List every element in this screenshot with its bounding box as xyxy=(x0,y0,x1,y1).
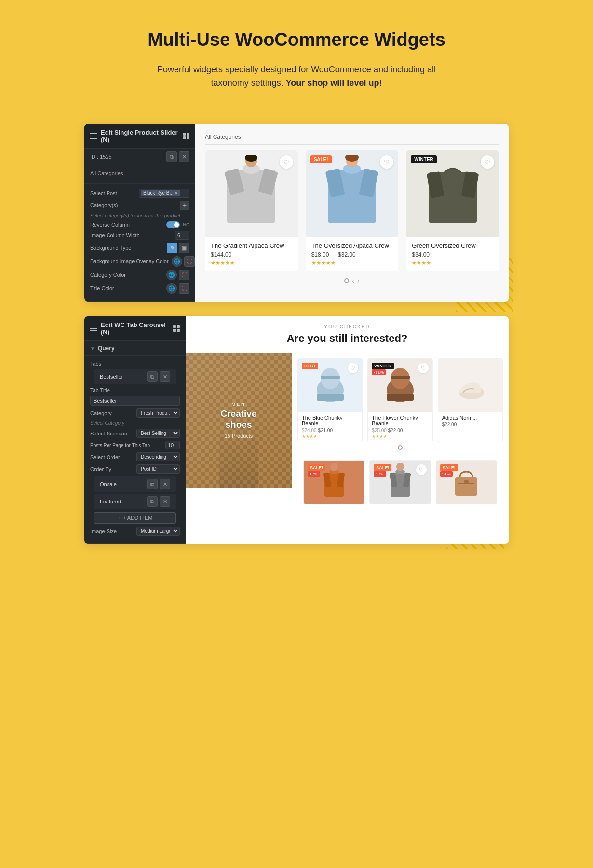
category-select[interactable]: Fresh Produ... xyxy=(136,408,180,418)
category-hint: Select category(s) to show for this prod… xyxy=(90,213,189,218)
carousel-badge-2: WINTER xyxy=(372,363,394,369)
posts-per-page-row: Posts Per Page for This Tab xyxy=(90,441,180,449)
image-size-label: Image Size xyxy=(90,529,134,534)
category-color-btn[interactable]: ⛶ xyxy=(179,270,189,280)
bg-solid-button[interactable]: ▣ xyxy=(179,243,189,253)
wishlist-btn-1[interactable]: ♡ xyxy=(280,155,293,169)
grid-icon[interactable] xyxy=(183,133,189,139)
title-color-controls: 🌐 ⛶ xyxy=(166,283,189,294)
category-color-globe-icon[interactable]: 🌐 xyxy=(166,270,177,280)
carousel-products-row2: SALE! 17% xyxy=(297,455,503,509)
products-grid: ♡ xyxy=(205,150,499,271)
select-post-input[interactable]: Black Rye B... ✕ xyxy=(139,189,189,198)
carousel-stars-1: ★★★★ xyxy=(302,434,358,439)
hamburger-icon[interactable] xyxy=(90,133,97,139)
title-color-label: Title Color xyxy=(90,285,163,291)
reverse-column-toggle-group: NO xyxy=(166,221,190,228)
carousel-r2-wishlist-2[interactable]: ♡ xyxy=(416,464,427,475)
tab-title-input[interactable] xyxy=(90,396,180,406)
bg-overlay-label: Background Image Overlay Color xyxy=(90,258,169,264)
query-section-header[interactable]: ▼ Query xyxy=(84,341,186,356)
image-column-width-input[interactable] xyxy=(175,231,189,240)
dot-right-arrow[interactable]: › xyxy=(357,277,360,285)
order-label: Select Order xyxy=(90,454,134,460)
carousel-dot-btn[interactable] xyxy=(398,445,403,450)
carousel-inner: MEN Creative shoes 15 Products BEST ♡ xyxy=(186,353,509,515)
posts-per-page-input[interactable] xyxy=(165,441,180,449)
carousel-r2-badge-3: SALE! xyxy=(440,464,458,471)
select-category-hint: Select Category xyxy=(90,420,180,426)
add-item-label: + ADD ITEM xyxy=(123,515,152,521)
widget-2-container: Edit WC Tab Carousel (N) ▼ Query Tabs Be… xyxy=(84,316,509,544)
dot-prev[interactable] xyxy=(344,278,349,283)
bg-overlay-globe-icon[interactable]: 🌐 xyxy=(172,256,182,267)
add-category-button[interactable]: + xyxy=(180,201,189,210)
product-info-3: Green Oversized Crew $34.00 ★★★★ xyxy=(406,237,499,271)
featured-tab: Featured ⧉ ✕ xyxy=(94,494,176,509)
order-by-label: Order By xyxy=(90,466,134,472)
product-name-2: The Oversized Alpaca Crew xyxy=(311,242,393,249)
sidebar-2-header: Edit WC Tab Carousel (N) xyxy=(84,316,186,341)
reverse-column-toggle[interactable] xyxy=(166,221,180,228)
background-type-label: Background Type xyxy=(90,245,164,251)
grid-icon-2[interactable] xyxy=(173,325,180,332)
carousel-product-name-2: The Flower Chunky Beanie xyxy=(372,415,428,426)
svg-rect-22 xyxy=(391,376,410,379)
hamburger-icon-2[interactable] xyxy=(90,326,97,331)
product-badge-3: WINTER xyxy=(411,155,436,163)
carousel-wishlist-2[interactable]: ♡ xyxy=(418,363,429,373)
close-featured-button[interactable]: ✕ xyxy=(160,496,170,507)
onsale-label: Onsale xyxy=(100,481,117,487)
image-size-select[interactable]: Medium Large - 7... xyxy=(136,527,180,536)
carousel-product-r2-3: SALE! 31% xyxy=(436,460,497,504)
product-stars-2: ★★★★★ xyxy=(311,260,393,266)
order-by-select[interactable]: Post ID xyxy=(136,464,180,474)
product-stars-1: ★★★★★ xyxy=(211,260,292,266)
panel-1-wrapper: Edit Single Product Slider (N) ID : 1525… xyxy=(84,124,509,302)
title-color-globe-icon[interactable]: 🌐 xyxy=(166,283,177,294)
copy-onsale-button[interactable]: ⧉ xyxy=(147,479,158,489)
carousel-product-info-2: The Flower Chunky Beanie $25.00 $22.00 ★… xyxy=(368,412,432,442)
dot-left-arrow[interactable]: ‹ xyxy=(352,277,354,285)
featured-text: MEN Creative shoes 15 Products xyxy=(212,402,265,439)
bestseller-tab-name: Bestseller xyxy=(100,374,123,380)
categories-label: Category(s) xyxy=(90,203,177,208)
featured-label: Featured xyxy=(100,499,121,504)
tab-title-label: Tab Title xyxy=(90,387,180,393)
carousel-r2-badge-1: SALE! xyxy=(308,464,325,471)
product-image-svg-3 xyxy=(424,155,482,232)
add-item-button[interactable]: + + ADD ITEM xyxy=(94,512,176,524)
carousel-badge-1: BEST xyxy=(302,363,318,369)
bg-overlay-color-btn[interactable]: ⛶ xyxy=(184,256,195,267)
close-onsale-button[interactable]: ✕ xyxy=(160,479,170,489)
sidebar-1-header: Edit Single Product Slider (N) xyxy=(84,124,195,149)
all-categories-bar: All Categories xyxy=(205,134,499,145)
copy-id-button[interactable]: ⧉ xyxy=(166,151,177,162)
query-arrow: ▼ xyxy=(90,346,95,351)
close-tab-button[interactable]: ✕ xyxy=(160,371,170,382)
carousel-dot xyxy=(297,442,503,453)
carousel-r2-badge-2: SALE! xyxy=(374,464,391,471)
product-card-1: ♡ xyxy=(205,150,298,271)
carousel-product-img-3 xyxy=(438,359,502,412)
carousel-product-price-2: $25.00 $22.00 xyxy=(372,428,428,433)
category-row: Category Fresh Produ... xyxy=(90,408,180,418)
title-color-btn[interactable]: ⛶ xyxy=(179,283,189,294)
image-column-width-row: Image Column Width xyxy=(90,231,189,240)
bg-image-button[interactable]: ✎ xyxy=(167,243,177,253)
remove-post-tag[interactable]: ✕ xyxy=(175,191,178,196)
carousel-r2-discount-3: 31% xyxy=(440,471,453,477)
product-info-2: The Oversized Alpaca Crew $18.00 — $32.0… xyxy=(306,237,399,271)
close-id-button[interactable]: ✕ xyxy=(179,151,189,162)
wishlist-btn-3[interactable]: ♡ xyxy=(481,155,494,169)
product-card-2: SALE! ♡ The Oversized Alpaca xyxy=(306,150,399,271)
copy-featured-button[interactable]: ⧉ xyxy=(147,496,158,507)
image-size-row: Image Size Medium Large - 7... xyxy=(90,527,180,536)
bestseller-tab-actions: ⧉ ✕ xyxy=(147,371,170,382)
copy-tab-button[interactable]: ⧉ xyxy=(147,371,158,382)
carousel-stars-2: ★★★★ xyxy=(372,434,428,439)
sidebar-1: Edit Single Product Slider (N) ID : 1525… xyxy=(84,124,195,302)
onsale-tab-actions: ⧉ ✕ xyxy=(147,479,170,489)
scenario-select[interactable]: Best Selling xyxy=(136,429,180,438)
order-select[interactable]: Descending xyxy=(136,452,180,461)
